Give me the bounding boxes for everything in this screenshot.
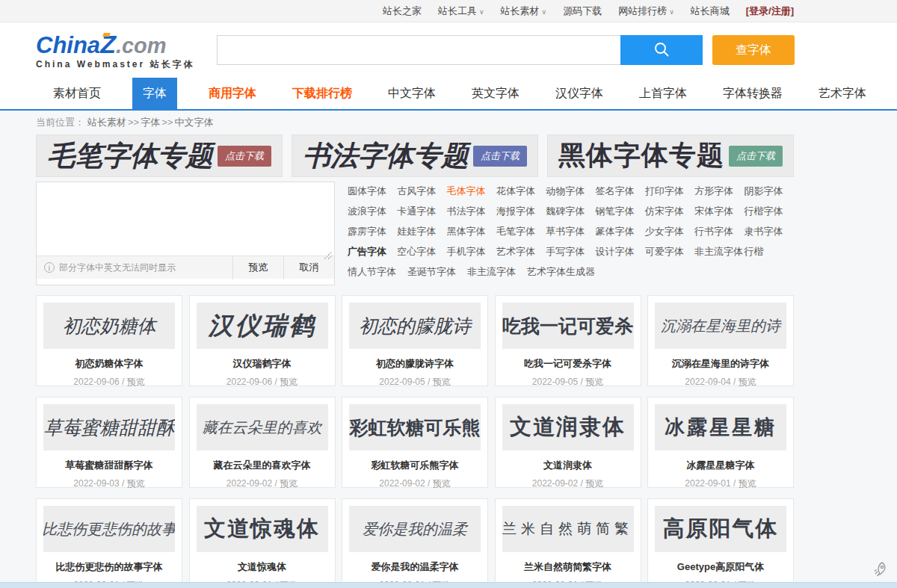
category-link-1-0[interactable]: 波浪字体 <box>348 205 397 218</box>
promo-banner-2[interactable]: 黑体字体专题点击下载 <box>547 134 794 177</box>
category-link-4-3[interactable]: 艺术字体生成器 <box>527 265 595 279</box>
font-card-11[interactable]: 文道惊魂体文道惊魂体2022-09-01 / 预览 <box>189 498 336 588</box>
font-card-14[interactable]: 高原阳气体Geetype高原阳气体2022-08-31 / 预览 <box>647 498 794 588</box>
category-link-3-1[interactable]: 空心字体 <box>397 245 446 259</box>
category-link-2-2[interactable]: 黑体字体 <box>447 225 496 238</box>
card-font-name[interactable]: 吃我一记可爱杀字体 <box>502 357 634 371</box>
banner-download-badge[interactable]: 点击下载 <box>473 146 527 167</box>
category-link-0-6[interactable]: 打印字体 <box>645 185 694 198</box>
card-font-name[interactable]: 兰米自然萌简繁字体 <box>502 560 634 574</box>
preview-button[interactable]: 预览 <box>232 256 283 279</box>
category-link-4-1[interactable]: 圣诞节字体 <box>407 265 456 279</box>
category-link-0-4[interactable]: 动物字体 <box>546 185 595 198</box>
category-link-1-1[interactable]: 卡通字体 <box>397 205 446 218</box>
card-font-name[interactable]: 文道润隶体 <box>502 459 634 472</box>
topbar-link-0[interactable]: 站长之家 <box>383 4 422 18</box>
card-font-name[interactable]: 初恋奶糖体字体 <box>43 357 175 371</box>
category-link-0-8[interactable]: 阴影字体 <box>744 185 793 198</box>
font-card-12[interactable]: 爱你是我的温柔爱你是我的温柔字体2022-08-31 / 预览 <box>342 498 488 588</box>
category-link-4-0[interactable]: 情人节字体 <box>348 265 396 279</box>
font-card-2[interactable]: 初恋的朦胧诗初恋的朦胧诗字体2022-09-05 / 预览 <box>342 295 488 386</box>
category-link-2-7[interactable]: 行书字体 <box>694 225 744 238</box>
category-link-2-3[interactable]: 毛笔字体 <box>496 225 546 238</box>
font-card-1[interactable]: 汉仪瑞鹤汉仪瑞鹤字体2022-09-06 / 预览 <box>189 295 336 386</box>
category-link-1-8[interactable]: 行楷字体 <box>744 205 793 218</box>
card-preview-link[interactable]: 预览 <box>433 478 451 489</box>
card-preview-link[interactable]: 预览 <box>280 478 298 489</box>
nav-item-9[interactable]: 艺术字体 <box>814 78 871 109</box>
card-preview-link[interactable]: 预览 <box>739 478 756 489</box>
category-link-0-7[interactable]: 方形字体 <box>694 185 744 198</box>
font-card-13[interactable]: 兰米自然萌简繁兰米自然萌简繁字体2022-08-31 / 预览 <box>495 498 641 588</box>
category-link-0-5[interactable]: 签名字体 <box>595 185 644 198</box>
back-to-top-rocket-icon[interactable] <box>873 561 888 578</box>
category-link-1-7[interactable]: 宋体字体 <box>694 205 744 218</box>
card-preview-link[interactable]: 预览 <box>739 377 756 387</box>
card-font-name[interactable]: 汉仪瑞鹤字体 <box>197 357 328 371</box>
nav-item-8[interactable]: 字体转换器 <box>718 78 787 109</box>
textarea-resize-handle[interactable] <box>324 252 332 259</box>
category-link-3-8[interactable]: 行楷 <box>744 245 793 259</box>
font-card-6[interactable]: 藏在云朵里的喜欢藏在云朵里的喜欢字体2022-09-02 / 预览 <box>189 397 336 488</box>
cancel-button[interactable]: 取消 <box>283 256 334 279</box>
breadcrumb-part-2[interactable]: 中文字体 <box>174 117 213 128</box>
site-logo[interactable]: ChinaZ.com China Webmaster 站长字体 <box>36 31 194 69</box>
category-link-3-7[interactable]: 非主流字体 <box>694 245 744 259</box>
category-link-4-2[interactable]: 非主流字体 <box>467 265 516 279</box>
nav-item-1[interactable]: 字体 <box>132 78 177 109</box>
category-link-2-6[interactable]: 少女字体 <box>645 225 694 238</box>
font-card-4[interactable]: 沉溺在星海里的诗沉溺在星海里的诗字体2022-09-04 / 预览 <box>647 295 794 386</box>
font-lookup-button[interactable]: 查字体 <box>712 35 795 65</box>
nav-item-4[interactable]: 中文字体 <box>383 78 440 109</box>
breadcrumb-part-1[interactable]: 字体 <box>141 117 160 128</box>
category-link-2-8[interactable]: 隶书字体 <box>744 225 793 238</box>
font-card-10[interactable]: 比悲伤更悲伤的故事比悲伤更悲伤的故事字体2022-09-01 / 预览 <box>36 498 182 588</box>
bottom-scroll-strip[interactable] <box>0 582 897 588</box>
category-link-1-5[interactable]: 钢笔字体 <box>595 205 644 218</box>
category-link-1-2[interactable]: 书法字体 <box>447 205 496 218</box>
card-preview-link[interactable]: 预览 <box>127 377 145 387</box>
category-link-3-4[interactable]: 手写字体 <box>546 245 595 259</box>
category-link-3-5[interactable]: 设计字体 <box>595 245 644 259</box>
category-link-0-1[interactable]: 古风字体 <box>397 185 446 198</box>
card-font-name[interactable]: 比悲伤更悲伤的故事字体 <box>43 560 175 574</box>
nav-item-0[interactable]: 素材首页 <box>49 78 105 109</box>
font-card-7[interactable]: 彩虹软糖可乐熊彩虹软糖可乐熊字体2022-09-02 / 预览 <box>342 397 488 488</box>
nav-item-5[interactable]: 英文字体 <box>467 78 524 109</box>
topbar-link-4[interactable]: 网站排行榜∨ <box>618 4 674 18</box>
category-link-2-4[interactable]: 草书字体 <box>546 225 595 238</box>
search-button[interactable] <box>620 35 703 65</box>
card-font-name[interactable]: 文道惊魂体 <box>197 560 328 574</box>
category-link-0-3[interactable]: 花体字体 <box>496 185 546 198</box>
card-font-name[interactable]: 爱你是我的温柔字体 <box>349 560 481 574</box>
preview-text-input[interactable] <box>37 182 334 256</box>
card-font-name[interactable]: 草莓蜜糖甜甜酥字体 <box>43 459 175 472</box>
topbar-link-5[interactable]: 站长商城 <box>691 4 730 18</box>
login-register-link[interactable]: [登录/注册] <box>746 4 794 18</box>
card-font-name[interactable]: Geetype高原阳气体 <box>655 560 786 574</box>
font-card-9[interactable]: 冰露星星糖冰露星星糖字体2022-09-01 / 预览 <box>647 397 794 488</box>
breadcrumb-part-0[interactable]: 站长素材 <box>87 117 126 128</box>
card-preview-link[interactable]: 预览 <box>433 377 451 387</box>
nav-item-7[interactable]: 上首字体 <box>635 78 691 109</box>
category-link-3-0[interactable]: 广告字体 <box>348 245 397 259</box>
card-preview-link[interactable]: 预览 <box>585 377 603 387</box>
topbar-link-3[interactable]: 源码下载 <box>563 4 602 18</box>
card-preview-link[interactable]: 预览 <box>585 478 603 489</box>
banner-download-badge[interactable]: 点击下载 <box>218 146 271 167</box>
card-font-name[interactable]: 冰露星星糖字体 <box>655 459 786 472</box>
category-link-0-2[interactable]: 毛体字体 <box>447 185 496 198</box>
category-link-3-6[interactable]: 可爱字体 <box>645 245 694 259</box>
category-link-1-4[interactable]: 魏碑字体 <box>546 205 595 218</box>
banner-download-badge[interactable]: 点击下载 <box>729 146 783 167</box>
font-card-5[interactable]: 草莓蜜糖甜甜酥草莓蜜糖甜甜酥字体2022-09-03 / 预览 <box>36 397 182 488</box>
category-link-3-3[interactable]: 艺术字体 <box>496 245 546 259</box>
font-card-3[interactable]: 吃我一记可爱杀吃我一记可爱杀字体2022-09-05 / 预览 <box>495 295 641 386</box>
font-card-0[interactable]: 初恋奶糖体初恋奶糖体字体2022-09-06 / 预览 <box>36 295 182 386</box>
category-link-2-5[interactable]: 篆体字体 <box>595 225 644 238</box>
card-preview-link[interactable]: 预览 <box>280 377 298 387</box>
category-link-2-1[interactable]: 娃娃字体 <box>397 225 446 238</box>
promo-banner-0[interactable]: 毛笔字体专题点击下载 <box>36 134 283 177</box>
category-link-1-3[interactable]: 海报字体 <box>496 205 546 218</box>
card-preview-link[interactable]: 预览 <box>127 478 145 489</box>
